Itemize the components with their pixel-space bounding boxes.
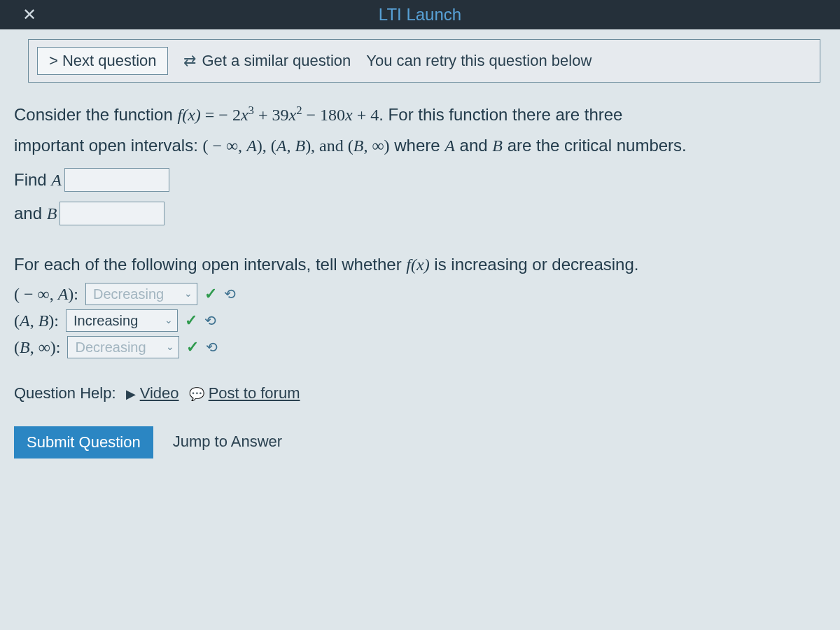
intro-text-b: . For this function there are three xyxy=(379,105,622,124)
intervals-math: ( − ∞, A), (A, B), and (B, ∞) xyxy=(202,136,389,155)
intervals-text-a: important open intervals: xyxy=(14,136,202,155)
check-icon: ✓ xyxy=(186,335,199,358)
question-content: Consider the function f(x) = − 2x3 + 39x… xyxy=(0,83,840,458)
jump-to-answer-link[interactable]: Jump to Answer xyxy=(173,428,283,456)
similar-question-label: Get a similar question xyxy=(202,52,351,70)
section-prompt-a: For each of the following open intervals… xyxy=(14,255,406,274)
chevron-down-icon: ⌄ xyxy=(184,286,192,301)
top-left-controls: ✕ xyxy=(0,5,42,24)
interval-2-select[interactable]: Increasing ⌄ xyxy=(66,309,178,332)
section-prompt-b: is increasing or decreasing. xyxy=(430,255,639,274)
chevron-down-icon: ⌄ xyxy=(164,313,173,328)
forum-link-label: Post to forum xyxy=(209,384,300,402)
interval-1-select[interactable]: Decreasing ⌄ xyxy=(85,283,197,305)
chevron-down-icon: ⌄ xyxy=(166,340,174,354)
question-toolbar: > Next question ⇄ Get a similar question… xyxy=(28,39,820,83)
find-a-row: Find A xyxy=(14,164,827,195)
input-a[interactable] xyxy=(64,168,169,192)
video-icon: ▶ xyxy=(126,387,136,401)
input-b[interactable] xyxy=(59,202,164,225)
close-icon[interactable]: ✕ xyxy=(22,5,36,24)
interval-2-value: Increasing xyxy=(74,310,138,331)
similar-question-button[interactable]: ⇄ Get a similar question xyxy=(183,52,351,70)
shuffle-icon: ⇄ xyxy=(183,52,196,70)
video-link[interactable]: ▶ Video xyxy=(126,379,179,408)
question-help-row: Question Help: ▶ Video 💬 Post to forum xyxy=(14,379,827,408)
find-b-row: and B xyxy=(14,198,827,229)
interval-3-label: (B, ∞): xyxy=(14,335,60,360)
interval-behavior-section: For each of the following open intervals… xyxy=(14,249,827,360)
retry-hint: You can retry this question below xyxy=(366,52,592,70)
next-question-button[interactable]: > Next question xyxy=(37,47,168,75)
redo-icon[interactable]: ⟲ xyxy=(204,310,216,331)
question-help-label: Question Help: xyxy=(14,379,116,408)
intervals-text-b: where A and B are the critical numbers. xyxy=(390,136,687,155)
equals: = xyxy=(201,106,219,124)
redo-icon[interactable]: ⟲ xyxy=(206,337,218,358)
interval-1-value: Decreasing xyxy=(93,284,164,304)
question-statement: Consider the function f(x) = − 2x3 + 39x… xyxy=(14,99,827,162)
fx-symbol: f(x) xyxy=(177,106,200,124)
footer-row: Submit Question Jump to Answer xyxy=(14,426,827,458)
redo-icon[interactable]: ⟲ xyxy=(224,284,236,304)
interval-1-label: ( − ∞, A): xyxy=(14,281,78,307)
forum-icon: 💬 xyxy=(189,387,204,401)
interval-row-3: (B, ∞): Decreasing ⌄ ✓ ⟲ xyxy=(14,335,827,360)
section-prompt: For each of the following open intervals… xyxy=(14,249,827,280)
and-b-label: and B xyxy=(14,198,57,229)
check-icon: ✓ xyxy=(204,282,217,305)
section-prompt-fx: f(x) xyxy=(406,255,429,274)
check-icon: ✓ xyxy=(185,309,197,332)
page-title: LTI Launch xyxy=(379,5,461,24)
interval-2-label: (A, B): xyxy=(14,308,59,333)
interval-row-1: ( − ∞, A): Decreasing ⌄ ✓ ⟲ xyxy=(14,281,827,307)
interval-3-select[interactable]: Decreasing ⌄ xyxy=(67,336,179,358)
submit-question-button[interactable]: Submit Question xyxy=(14,426,153,458)
forum-link[interactable]: 💬 Post to forum xyxy=(189,379,300,408)
intro-text-a: Consider the function xyxy=(14,105,177,124)
find-a-label: Find A xyxy=(14,164,62,195)
interval-3-value: Decreasing xyxy=(75,337,146,358)
top-bar: ✕ LTI Launch xyxy=(0,0,840,29)
interval-row-2: (A, B): Increasing ⌄ ✓ ⟲ xyxy=(14,308,827,333)
polynomial: − 2x3 + 39x2 − 180x + 4 xyxy=(218,106,379,124)
video-link-label: Video xyxy=(140,384,179,402)
